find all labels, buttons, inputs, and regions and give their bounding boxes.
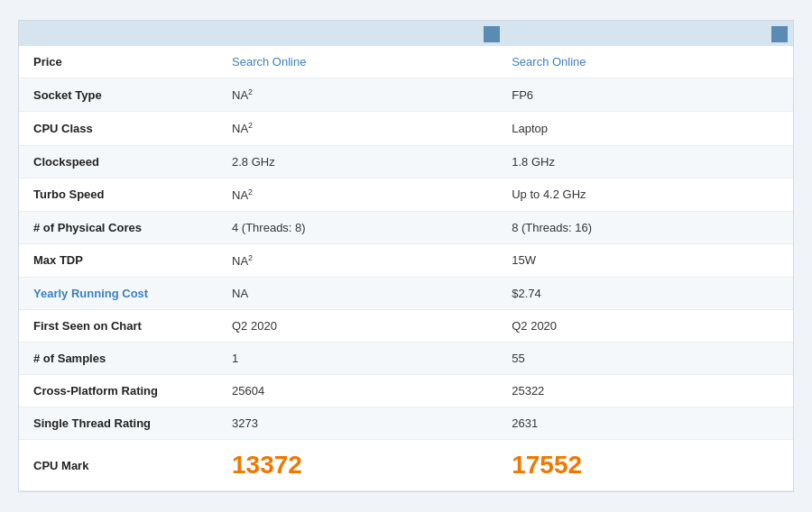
header-row (19, 21, 793, 46)
row-label: Max TDP (19, 243, 217, 277)
yearly-cost-label: Yearly Running Cost (33, 287, 148, 300)
superscript: 2 (248, 87, 253, 96)
header-empty-cell (19, 21, 217, 46)
superscript: 2 (248, 253, 253, 262)
cpu2-value: 1.8 GHz (497, 145, 793, 178)
cpu1-value: NA2 (217, 112, 497, 145)
table-row: Clockspeed2.8 GHz1.8 GHz (19, 145, 793, 178)
cpu2-value[interactable]: Search Online (497, 46, 793, 78)
row-label: Price (19, 46, 217, 78)
row-label: Clockspeed (19, 145, 217, 178)
cpu2-mark: 17552 (512, 451, 582, 479)
cpu1-value: NA2 (217, 178, 497, 211)
cpu2-value: $2.74 (497, 278, 793, 310)
cpu2-value: 25322 (497, 375, 793, 407)
cpu2-value: Q2 2020 (497, 310, 793, 343)
table-row: Turbo SpeedNA2Up to 4.2 GHz (19, 178, 793, 211)
cpu1-value: 2.8 GHz (217, 145, 497, 178)
cpu2-value: FP6 (497, 78, 793, 111)
row-label: Cross-Platform Rating (19, 375, 217, 407)
table-row: Socket TypeNA2FP6 (19, 78, 793, 111)
table-row: Yearly Running CostNA$2.74 (19, 278, 793, 310)
cpu1-header (217, 21, 505, 46)
row-label: First Seen on Chart (19, 310, 217, 343)
table-row: CPU ClassNA2Laptop (19, 112, 793, 145)
cpu1-value: 4 (Threads: 8) (217, 211, 497, 243)
cpu1-search-link[interactable]: Search Online (232, 55, 306, 69)
table-row: # of Samples155 (19, 343, 793, 375)
cpu1-value[interactable]: Search Online (217, 46, 497, 78)
row-label: Yearly Running Cost (19, 278, 217, 310)
cpu1-value: 3273 (217, 407, 497, 440)
cpu1-close-button[interactable] (484, 26, 500, 42)
cpu1-value: NA2 (217, 78, 497, 111)
cpu1-value: 1 (217, 343, 497, 375)
table-row: # of Physical Cores4 (Threads: 8)8 (Thre… (19, 211, 793, 243)
cpu1-value: 25604 (217, 375, 497, 407)
cpu2-value: 2631 (497, 407, 793, 440)
cpu1-mark: 13372 (232, 451, 302, 479)
cpu2-value: 15W (497, 243, 793, 277)
cpu1-value: NA2 (217, 243, 497, 277)
superscript: 2 (248, 121, 253, 130)
table-row: First Seen on ChartQ2 2020Q2 2020 (19, 310, 793, 343)
compare-container: PriceSearch OnlineSearch OnlineSocket Ty… (18, 20, 794, 492)
cpu2-close-button[interactable] (771, 26, 788, 42)
cpu2-header (505, 21, 793, 46)
row-label: # of Samples (19, 343, 217, 375)
row-label: Turbo Speed (19, 178, 217, 211)
comparison-table: PriceSearch OnlineSearch OnlineSocket Ty… (19, 46, 793, 491)
row-label: Single Thread Rating (19, 407, 217, 440)
table-row: Single Thread Rating32732631 (19, 407, 793, 440)
table-row: Max TDPNA215W (19, 243, 793, 277)
row-label: # of Physical Cores (19, 211, 217, 243)
cpu1-value: NA (217, 278, 497, 310)
cpu1-value: Q2 2020 (217, 310, 497, 343)
table-row: Cross-Platform Rating2560425322 (19, 375, 793, 407)
cpu2-value: 17552 (497, 440, 793, 491)
cpu2-value: 8 (Threads: 16) (497, 211, 793, 243)
cpu2-value: 55 (497, 343, 793, 375)
cpu2-value: Laptop (497, 112, 793, 145)
superscript: 2 (248, 187, 253, 197)
cpu2-search-link[interactable]: Search Online (512, 55, 586, 69)
row-label: Socket Type (19, 78, 217, 111)
cpu1-value: 13372 (217, 440, 497, 491)
row-label: CPU Class (19, 112, 217, 145)
cpu2-value: Up to 4.2 GHz (497, 178, 793, 211)
row-label: CPU Mark (19, 440, 217, 491)
table-row: PriceSearch OnlineSearch Online (19, 46, 793, 78)
table-row: CPU Mark1337217552 (19, 440, 793, 491)
